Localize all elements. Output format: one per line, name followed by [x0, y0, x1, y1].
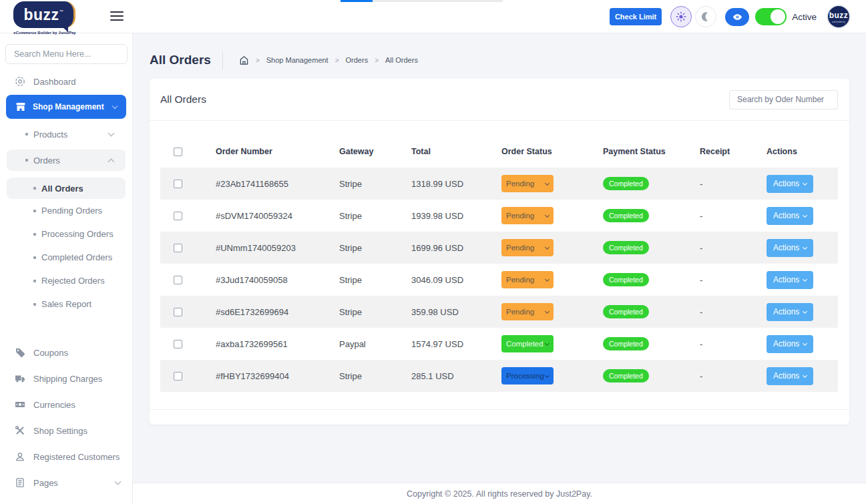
actions-button[interactable]: Actions: [767, 335, 813, 353]
total-cell: 359.98 USD: [411, 296, 501, 328]
preview-button[interactable]: [725, 8, 749, 26]
sidebar-item-pages[interactable]: Pages: [0, 473, 132, 492]
breadcrumb-item[interactable]: Orders: [346, 56, 369, 64]
order-status-select[interactable]: Pending: [501, 175, 554, 192]
row-checkbox[interactable]: [174, 276, 182, 284]
avatar-logo-text: buzz: [829, 11, 849, 20]
actions-button[interactable]: Actions: [767, 271, 813, 289]
chevron-down-icon: [803, 245, 807, 250]
row-checkbox[interactable]: [174, 340, 182, 348]
actions-button[interactable]: Actions: [767, 207, 813, 225]
order-status-value: Processing: [506, 372, 544, 380]
row-checkbox[interactable]: [174, 180, 182, 188]
chevron-down-icon: [545, 276, 550, 281]
payment-status-badge: Completed: [603, 241, 649, 254]
row-checkbox[interactable]: [174, 212, 182, 220]
breadcrumb-item[interactable]: Shop Management: [266, 56, 329, 64]
select-all-checkbox[interactable]: [174, 148, 182, 156]
order-status-select[interactable]: Pending: [501, 303, 554, 320]
sidebar-item-shop-management[interactable]: Shop Management: [6, 95, 126, 119]
order-status-select[interactable]: Pending: [501, 239, 554, 256]
brand-logo[interactable]: buzz™ eCommerce Builder by Just2Pay: [13, 1, 76, 32]
row-checkbox[interactable]: [174, 372, 182, 381]
order-number-cell: #sDVM1740059324: [216, 200, 339, 232]
sidebar-item-label: Currencies: [33, 400, 75, 410]
actions-button[interactable]: Actions: [767, 239, 813, 257]
actions-label: Actions: [773, 307, 799, 316]
total-cell: 1574.97 USD: [411, 328, 501, 360]
banknote-icon: [15, 399, 25, 410]
avatar[interactable]: buzz web builder by: [827, 5, 851, 29]
sidebar-item-shop-settings[interactable]: Shop Settings: [0, 421, 132, 440]
sidebar-section-gap: [0, 316, 132, 336]
sidebar-item-processing-orders[interactable]: Processing Orders: [0, 222, 132, 246]
active-label: Active: [792, 12, 817, 22]
hamburger-menu-icon[interactable]: [110, 11, 124, 23]
sidebar-item-currencies[interactable]: Currencies: [0, 395, 132, 414]
order-status-value: Pending: [506, 212, 534, 220]
gateway-cell: Stripe: [339, 296, 411, 328]
check-limit-button[interactable]: Check Limit: [610, 8, 662, 25]
receipt-cell: -: [700, 232, 767, 264]
payment-status-badge: Completed: [603, 305, 649, 318]
chevron-up-icon: [108, 158, 115, 165]
sidebar-item-pending-orders[interactable]: Pending Orders: [0, 199, 132, 222]
column-header: Payment Status: [603, 136, 700, 168]
sidebar-item-products[interactable]: Products: [7, 123, 126, 145]
sidebar-item-label: All Orders: [41, 184, 83, 194]
chevron-down-icon: [803, 181, 807, 186]
sidebar-search-input[interactable]: [5, 44, 128, 64]
payment-status-badge: Completed: [603, 337, 649, 350]
sidebar-item-shipping-charges[interactable]: Shipping Charges: [0, 369, 132, 388]
chevron-down-icon: [545, 308, 550, 313]
truck-icon: [15, 373, 25, 384]
active-toggle[interactable]: [755, 8, 787, 25]
row-checkbox[interactable]: [174, 308, 182, 316]
chevron-down-icon: [803, 213, 807, 218]
dark-theme-button[interactable]: [695, 6, 716, 27]
top-progress-bar: [341, 0, 503, 2]
chevron-down-icon: [115, 479, 122, 485]
avatar-logo-tagline: web builder by: [832, 21, 845, 23]
bullet-icon: [33, 210, 36, 212]
sidebar-item-rejected-orders[interactable]: Rejected Orders: [0, 269, 132, 292]
actions-label: Actions: [773, 371, 799, 381]
chevron-down-icon: [803, 373, 807, 378]
home-icon[interactable]: [239, 55, 249, 65]
actions-label: Actions: [773, 243, 799, 252]
order-status-select[interactable]: Pending: [501, 207, 554, 224]
payment-status-badge: Completed: [603, 209, 649, 222]
order-status-value: Pending: [506, 276, 534, 284]
gateway-cell: Stripe: [339, 200, 411, 232]
light-theme-button[interactable]: [670, 6, 692, 27]
actions-button[interactable]: Actions: [767, 175, 813, 193]
column-header: Total: [411, 136, 501, 168]
chevron-down-icon: [545, 180, 550, 185]
actions-button[interactable]: Actions: [767, 303, 813, 321]
sidebar-item-registered-customers[interactable]: Registered Customers: [0, 447, 132, 466]
chevron-down-icon: [545, 244, 550, 249]
gateway-cell: Stripe: [339, 360, 411, 392]
sidebar-item-all-orders[interactable]: All Orders: [7, 178, 126, 199]
sidebar-item-dashboard[interactable]: Dashboard: [0, 72, 132, 91]
actions-button[interactable]: Actions: [767, 367, 813, 385]
breadcrumb-separator: >: [375, 57, 379, 64]
table-row: #sd6E1732699694Stripe359.98 USDPendingCo…: [160, 296, 838, 328]
breadcrumb-item[interactable]: All Orders: [385, 56, 418, 64]
orders-table-body: #23Ab1741168655Stripe1318.99 USDPendingC…: [160, 168, 838, 392]
order-status-select[interactable]: Completed: [501, 335, 554, 352]
order-search-input[interactable]: [729, 90, 838, 109]
order-status-select[interactable]: Processing: [501, 367, 554, 385]
receipt-cell: -: [700, 200, 767, 232]
chevron-down-icon: [803, 309, 807, 314]
sidebar-item-coupons[interactable]: Coupons: [0, 343, 132, 362]
row-checkbox[interactable]: [174, 244, 182, 252]
order-status-select[interactable]: Pending: [501, 271, 554, 288]
table-row: #23Ab1741168655Stripe1318.99 USDPendingC…: [160, 168, 838, 200]
payment-status-badge: Completed: [603, 273, 649, 286]
store-icon: [15, 101, 26, 112]
page-title: All Orders: [150, 53, 211, 67]
sidebar-item-completed-orders[interactable]: Completed Orders: [0, 246, 132, 269]
sidebar-item-orders[interactable]: Orders: [7, 150, 126, 171]
sidebar-item-sales-report[interactable]: Sales Report: [0, 292, 132, 316]
